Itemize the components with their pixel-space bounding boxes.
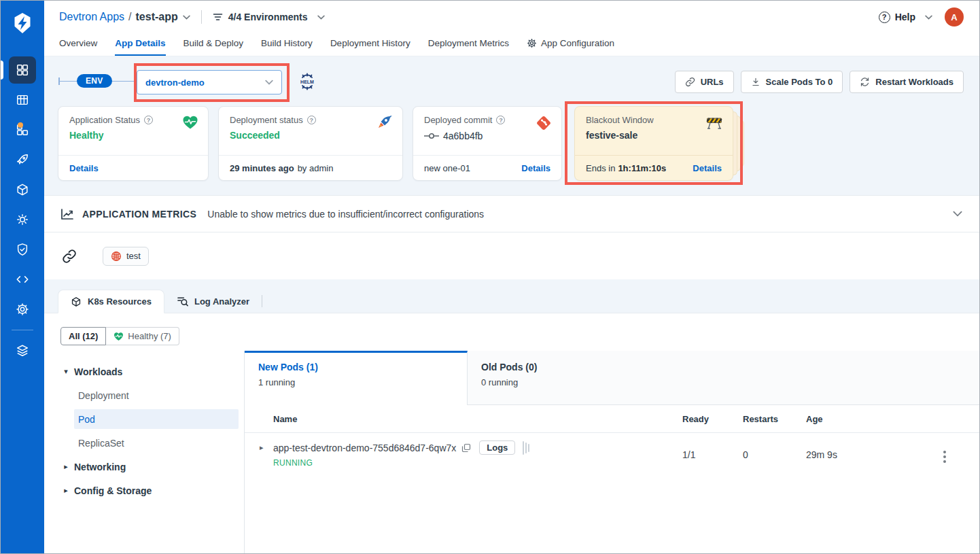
sidebar-item-jobs[interactable]	[1, 85, 44, 115]
tree-group-config-storage[interactable]: ▸ Config & Storage	[44, 479, 244, 502]
gear-icon	[527, 38, 537, 48]
filter-lines-icon	[213, 13, 223, 21]
tree-item-deployment[interactable]: Deployment	[44, 383, 244, 407]
tab-deployment-history[interactable]: Deployment History	[330, 33, 410, 56]
tab-log-analyzer[interactable]: Log Analyzer	[164, 290, 262, 313]
pod-restarts: 0	[743, 449, 748, 460]
logs-button[interactable]: Logs	[479, 440, 515, 455]
environment-dropdown[interactable]: devtron-demo	[137, 70, 282, 94]
sidebar-divider	[12, 330, 33, 330]
tab-app-configuration[interactable]: App Configuration	[527, 33, 614, 56]
sidebar-item-applications[interactable]	[1, 55, 44, 85]
blackout-ends-prefix: Ends in	[586, 163, 615, 173]
copy-icon[interactable]	[461, 443, 471, 453]
restart-workloads-button-label: Restart Workloads	[875, 77, 953, 87]
pod-status: RUNNING	[273, 458, 313, 468]
tab-old-pods[interactable]: Old Pods (0) 0 running	[481, 351, 537, 398]
sidebar-item-stack-manager[interactable]	[1, 336, 44, 366]
tree-item-replicaset[interactable]: ReplicaSet	[44, 431, 244, 455]
app-switcher-chevron-icon[interactable]	[183, 15, 190, 20]
breadcrumb-root-link[interactable]: Devtron Apps	[59, 11, 124, 23]
table-grid-icon	[16, 93, 29, 107]
sidebar-item-security[interactable]	[1, 235, 44, 264]
stack-icon	[16, 344, 29, 358]
pod-name[interactable]: app-test-devtron-demo-755d6846d7-6qw7x	[273, 443, 456, 453]
breadcrumb: Devtron Apps / test-app 4/4 Environments…	[44, 1, 980, 33]
cube-icon	[16, 183, 29, 196]
info-icon[interactable]: ?	[307, 116, 316, 124]
app-link-chip-label: test	[126, 251, 141, 261]
sidebar-item-app-groups[interactable]	[1, 115, 44, 145]
caret-right-icon: ▸	[58, 462, 74, 471]
git-icon	[536, 115, 552, 131]
environments-label: 4/4 Environments	[228, 12, 308, 22]
application-metrics-bar[interactable]: APPLICATION METRICS Unable to show metri…	[44, 195, 980, 232]
commit-icon	[424, 133, 439, 139]
health-filters: All (12) Healthy (7)	[60, 327, 179, 345]
tab-build-history[interactable]: Build History	[261, 33, 313, 56]
breadcrumb-separator: /	[128, 11, 131, 23]
commit-message: new one-01	[424, 163, 470, 173]
tree-item-pod[interactable]: Pod	[74, 409, 239, 429]
avatar[interactable]: A	[945, 7, 964, 27]
tree-group-workloads[interactable]: ▾ Workloads	[44, 360, 244, 383]
resource-tree: ▾ Workloads Deployment Pod ReplicaSet ▸ …	[44, 360, 244, 502]
urls-button[interactable]: URLs	[675, 71, 734, 93]
column-header-age[interactable]: Age	[806, 414, 823, 424]
row-menu-button[interactable]	[941, 448, 949, 466]
blackout-window-title: Blackout Window	[586, 115, 654, 125]
sidebar-item-chart-store[interactable]	[1, 175, 44, 205]
info-icon[interactable]: ?	[496, 116, 505, 124]
link-chain-icon	[62, 249, 77, 264]
pod-age: 29m 9s	[806, 449, 837, 460]
column-header-ready[interactable]: Ready	[682, 414, 709, 424]
active-indicator	[1, 60, 3, 80]
blackout-window-name: festive-sale	[586, 130, 722, 141]
cube-icon	[71, 296, 82, 307]
sidebar-item-resource-watcher[interactable]	[1, 205, 44, 235]
application-metrics-title: APPLICATION METRICS	[82, 209, 196, 220]
scale-pods-button-label: Scale Pods To 0	[766, 77, 833, 87]
logs-stack-icon	[523, 441, 529, 455]
tab-k8s-resources[interactable]: K8s Resources	[58, 290, 164, 313]
filter-healthy[interactable]: Healthy (7)	[106, 327, 179, 345]
scale-pods-button[interactable]: Scale Pods To 0	[741, 71, 843, 93]
tab-new-pods[interactable]: New Pods (1) 1 running	[245, 351, 468, 405]
tab-deployment-metrics[interactable]: Deployment Metrics	[428, 33, 509, 56]
expand-caret-icon[interactable]: ▸	[260, 443, 264, 452]
sidebar-item-settings[interactable]	[1, 294, 44, 324]
devtron-logo[interactable]	[1, 1, 44, 46]
help-button[interactable]: ? Help	[879, 12, 932, 23]
tab-overview[interactable]: Overview	[59, 33, 97, 56]
deployed-commit-hash[interactable]: 4a6bb4fb	[443, 131, 483, 141]
blackout-ends-time: 1h:11m:10s	[618, 163, 666, 173]
helm-badge: HELM	[297, 71, 317, 92]
metrics-expand-chevron-icon[interactable]	[953, 211, 962, 217]
filter-all[interactable]: All (12)	[60, 327, 106, 345]
sun-gear-icon	[16, 213, 29, 226]
app-link-chip[interactable]: test	[103, 247, 149, 266]
column-header-name[interactable]: Name	[273, 414, 297, 424]
environment-dropdown-chevron-icon	[265, 80, 273, 85]
restart-workloads-button[interactable]: Restart Workloads	[850, 71, 964, 93]
blackout-details-link[interactable]: Details	[693, 163, 722, 173]
deployed-commit-details-link[interactable]: Details	[521, 163, 550, 173]
environment-dropdown-value: devtron-demo	[145, 77, 260, 88]
info-icon[interactable]: ?	[144, 116, 153, 124]
column-header-restarts[interactable]: Restarts	[743, 414, 778, 424]
resource-tab-strip: K8s Resources Log Analyzer	[44, 279, 980, 313]
application-status-details-link[interactable]: Details	[69, 163, 99, 173]
tab-build-deploy[interactable]: Build & Deploy	[183, 33, 244, 56]
environments-selector[interactable]: 4/4 Environments	[213, 12, 326, 22]
rocket-launch-icon	[375, 115, 393, 131]
tab-new-pods-sub: 1 running	[258, 377, 453, 387]
sidebar-item-code[interactable]	[1, 264, 44, 294]
application-status-card: Application Status ? Healthy Details	[58, 106, 209, 181]
tab-app-details[interactable]: App Details	[115, 33, 165, 56]
stack-layer	[733, 111, 737, 175]
application-metrics-message: Unable to show metrics due to insufficie…	[207, 209, 484, 220]
shield-check-icon	[16, 243, 29, 256]
top-bar: Devtron Apps / test-app 4/4 Environments…	[44, 1, 980, 56]
tree-group-networking[interactable]: ▸ Networking	[44, 455, 244, 479]
sidebar-item-deploy[interactable]	[1, 145, 44, 175]
